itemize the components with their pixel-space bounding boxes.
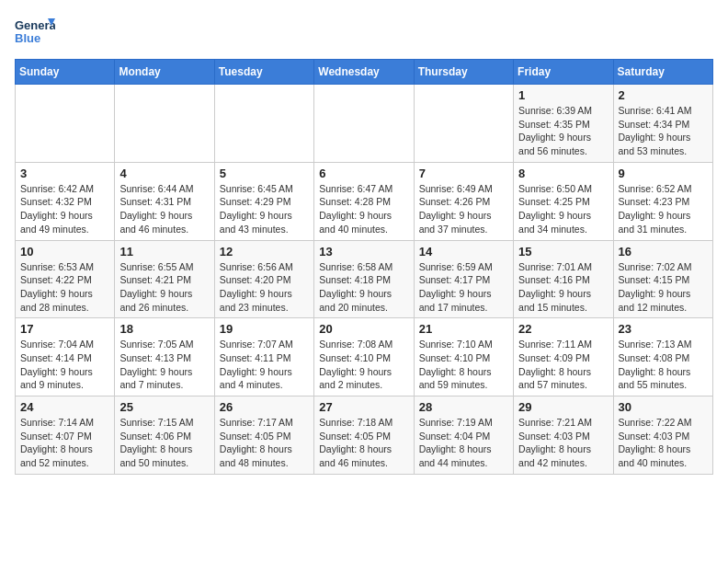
page-header: General Blue [15, 15, 713, 48]
calendar-cell: 25Sunrise: 7:15 AMSunset: 4:06 PMDayligh… [115, 396, 214, 475]
day-number: 26 [220, 400, 309, 414]
calendar-cell: 21Sunrise: 7:10 AMSunset: 4:10 PMDayligh… [414, 318, 513, 396]
day-info: Sunrise: 7:05 AMSunset: 4:13 PMDaylight:… [119, 338, 209, 392]
day-info: Sunrise: 7:11 AMSunset: 4:09 PMDaylight:… [518, 338, 608, 392]
calendar-cell: 26Sunrise: 7:17 AMSunset: 4:05 PMDayligh… [214, 396, 313, 475]
day-info: Sunrise: 7:01 AMSunset: 4:16 PMDaylight:… [518, 260, 608, 315]
svg-text:Blue: Blue [15, 31, 40, 45]
day-info: Sunrise: 6:45 AMSunset: 4:29 PMDaylight:… [220, 182, 309, 236]
day-info: Sunrise: 6:58 AMSunset: 4:18 PMDaylight:… [319, 260, 408, 315]
day-number: 16 [619, 245, 708, 259]
calendar-cell: 6Sunrise: 6:47 AMSunset: 4:28 PMDaylight… [314, 162, 414, 240]
day-info: Sunrise: 7:07 AMSunset: 4:11 PMDaylight:… [220, 338, 309, 392]
weekday-header-sunday: Sunday [16, 60, 115, 85]
day-number: 21 [419, 322, 508, 336]
calendar-cell: 13Sunrise: 6:58 AMSunset: 4:18 PMDayligh… [314, 240, 414, 318]
day-number: 25 [119, 400, 209, 414]
day-info: Sunrise: 6:59 AMSunset: 4:17 PMDaylight:… [419, 260, 508, 315]
calendar-week-3: 10Sunrise: 6:53 AMSunset: 4:22 PMDayligh… [16, 240, 713, 318]
calendar-cell [214, 85, 313, 163]
day-info: Sunrise: 7:13 AMSunset: 4:08 PMDaylight:… [619, 338, 708, 392]
day-number: 9 [619, 167, 708, 180]
weekday-header-friday: Friday [514, 60, 613, 85]
day-info: Sunrise: 7:02 AMSunset: 4:15 PMDaylight:… [619, 260, 708, 315]
day-number: 29 [518, 400, 608, 414]
day-info: Sunrise: 7:04 AMSunset: 4:14 PMDaylight:… [20, 338, 109, 392]
day-number: 3 [20, 167, 109, 180]
calendar-cell: 30Sunrise: 7:22 AMSunset: 4:03 PMDayligh… [613, 396, 712, 475]
calendar-cell: 8Sunrise: 6:50 AMSunset: 4:25 PMDaylight… [514, 162, 613, 240]
day-number: 10 [20, 245, 109, 259]
calendar-cell: 14Sunrise: 6:59 AMSunset: 4:17 PMDayligh… [414, 240, 513, 318]
calendar-cell: 28Sunrise: 7:19 AMSunset: 4:04 PMDayligh… [414, 396, 513, 475]
day-number: 7 [419, 167, 508, 180]
day-info: Sunrise: 7:17 AMSunset: 4:05 PMDaylight:… [220, 416, 309, 470]
calendar-cell: 29Sunrise: 7:21 AMSunset: 4:03 PMDayligh… [514, 396, 613, 475]
day-number: 18 [119, 322, 209, 336]
day-info: Sunrise: 6:49 AMSunset: 4:26 PMDaylight:… [419, 182, 508, 236]
day-number: 22 [518, 322, 608, 336]
day-number: 12 [220, 245, 309, 259]
calendar-cell: 2Sunrise: 6:41 AMSunset: 4:34 PMDaylight… [613, 85, 712, 163]
day-number: 1 [518, 88, 608, 102]
calendar-cell: 19Sunrise: 7:07 AMSunset: 4:11 PMDayligh… [214, 318, 313, 396]
weekday-header-thursday: Thursday [414, 60, 513, 85]
weekday-header-tuesday: Tuesday [214, 60, 313, 85]
day-number: 5 [220, 167, 309, 180]
calendar-cell: 24Sunrise: 7:14 AMSunset: 4:07 PMDayligh… [16, 396, 115, 475]
calendar-cell: 27Sunrise: 7:18 AMSunset: 4:05 PMDayligh… [314, 396, 414, 475]
calendar-cell [414, 85, 513, 163]
day-number: 8 [518, 167, 608, 180]
calendar-week-1: 1Sunrise: 6:39 AMSunset: 4:35 PMDaylight… [16, 85, 713, 163]
calendar-cell [314, 85, 414, 163]
calendar-cell [16, 85, 115, 163]
day-info: Sunrise: 6:55 AMSunset: 4:21 PMDaylight:… [119, 260, 209, 315]
day-number: 30 [619, 400, 708, 414]
calendar-table: SundayMondayTuesdayWednesdayThursdayFrid… [15, 59, 713, 475]
calendar-week-2: 3Sunrise: 6:42 AMSunset: 4:32 PMDaylight… [16, 162, 713, 240]
day-number: 27 [319, 400, 408, 414]
day-info: Sunrise: 7:10 AMSunset: 4:10 PMDaylight:… [419, 338, 508, 392]
calendar-cell: 15Sunrise: 7:01 AMSunset: 4:16 PMDayligh… [514, 240, 613, 318]
calendar-cell: 5Sunrise: 6:45 AMSunset: 4:29 PMDaylight… [214, 162, 313, 240]
calendar-cell: 22Sunrise: 7:11 AMSunset: 4:09 PMDayligh… [514, 318, 613, 396]
day-info: Sunrise: 6:39 AMSunset: 4:35 PMDaylight:… [518, 104, 608, 158]
calendar-cell: 20Sunrise: 7:08 AMSunset: 4:10 PMDayligh… [314, 318, 414, 396]
weekday-header-wednesday: Wednesday [314, 60, 414, 85]
logo: General Blue [15, 15, 55, 48]
calendar-cell: 1Sunrise: 6:39 AMSunset: 4:35 PMDaylight… [514, 85, 613, 163]
day-number: 4 [119, 167, 209, 180]
day-number: 6 [319, 167, 408, 180]
day-info: Sunrise: 6:41 AMSunset: 4:34 PMDaylight:… [619, 104, 708, 158]
calendar-week-4: 17Sunrise: 7:04 AMSunset: 4:14 PMDayligh… [16, 318, 713, 396]
day-info: Sunrise: 7:22 AMSunset: 4:03 PMDaylight:… [619, 416, 708, 470]
day-info: Sunrise: 6:50 AMSunset: 4:25 PMDaylight:… [518, 182, 608, 236]
calendar-cell: 16Sunrise: 7:02 AMSunset: 4:15 PMDayligh… [613, 240, 712, 318]
calendar-cell: 18Sunrise: 7:05 AMSunset: 4:13 PMDayligh… [115, 318, 214, 396]
day-info: Sunrise: 7:19 AMSunset: 4:04 PMDaylight:… [419, 416, 508, 470]
calendar-cell: 17Sunrise: 7:04 AMSunset: 4:14 PMDayligh… [16, 318, 115, 396]
day-info: Sunrise: 7:14 AMSunset: 4:07 PMDaylight:… [20, 416, 109, 470]
calendar-cell: 7Sunrise: 6:49 AMSunset: 4:26 PMDaylight… [414, 162, 513, 240]
calendar-cell: 4Sunrise: 6:44 AMSunset: 4:31 PMDaylight… [115, 162, 214, 240]
calendar-cell: 11Sunrise: 6:55 AMSunset: 4:21 PMDayligh… [115, 240, 214, 318]
calendar-cell: 23Sunrise: 7:13 AMSunset: 4:08 PMDayligh… [613, 318, 712, 396]
day-number: 23 [619, 322, 708, 336]
day-number: 15 [518, 245, 608, 259]
calendar-cell: 3Sunrise: 6:42 AMSunset: 4:32 PMDaylight… [16, 162, 115, 240]
day-number: 24 [20, 400, 109, 414]
day-number: 20 [319, 322, 408, 336]
day-number: 14 [419, 245, 508, 259]
day-number: 28 [419, 400, 508, 414]
day-info: Sunrise: 6:42 AMSunset: 4:32 PMDaylight:… [20, 182, 109, 236]
day-info: Sunrise: 7:08 AMSunset: 4:10 PMDaylight:… [319, 338, 408, 392]
calendar-week-5: 24Sunrise: 7:14 AMSunset: 4:07 PMDayligh… [16, 396, 713, 475]
day-number: 19 [220, 322, 309, 336]
calendar-cell: 9Sunrise: 6:52 AMSunset: 4:23 PMDaylight… [613, 162, 712, 240]
calendar-cell: 12Sunrise: 6:56 AMSunset: 4:20 PMDayligh… [214, 240, 313, 318]
day-number: 13 [319, 245, 408, 259]
day-info: Sunrise: 6:52 AMSunset: 4:23 PMDaylight:… [619, 182, 708, 236]
day-number: 17 [20, 322, 109, 336]
day-info: Sunrise: 6:44 AMSunset: 4:31 PMDaylight:… [119, 182, 209, 236]
day-info: Sunrise: 7:21 AMSunset: 4:03 PMDaylight:… [518, 416, 608, 470]
